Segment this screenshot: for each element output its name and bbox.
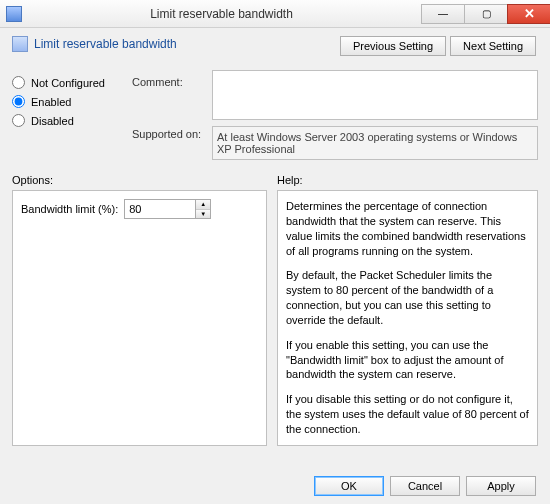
spinner-down-button[interactable]: ▼ bbox=[196, 210, 210, 219]
help-section-label: Help: bbox=[277, 174, 538, 186]
previous-setting-button[interactable]: Previous Setting bbox=[340, 36, 446, 56]
help-paragraph: If you disable this setting or do not co… bbox=[286, 392, 529, 437]
radio-not-configured[interactable]: Not Configured bbox=[12, 76, 132, 89]
radio-disabled-label: Disabled bbox=[31, 115, 74, 127]
policy-title: Limit reservable bandwidth bbox=[34, 37, 177, 51]
help-paragraph: If you enable this setting, you can use … bbox=[286, 338, 529, 383]
close-button[interactable]: ✕ bbox=[507, 4, 550, 24]
radio-disabled-input[interactable] bbox=[12, 114, 25, 127]
spinner-up-button[interactable]: ▲ bbox=[196, 200, 210, 210]
app-icon bbox=[6, 6, 22, 22]
title-bar: Limit reservable bandwidth — ▢ ✕ bbox=[0, 0, 550, 28]
options-section-label: Options: bbox=[12, 174, 267, 186]
radio-enabled-label: Enabled bbox=[31, 96, 71, 108]
radio-enabled-input[interactable] bbox=[12, 95, 25, 108]
cancel-button[interactable]: Cancel bbox=[390, 476, 460, 496]
supported-on-label: Supported on: bbox=[132, 128, 212, 140]
minimize-button[interactable]: — bbox=[421, 4, 465, 24]
bandwidth-limit-spinner[interactable]: ▲ ▼ bbox=[124, 199, 211, 219]
state-radio-group: Not Configured Enabled Disabled bbox=[12, 70, 132, 160]
radio-not-configured-input[interactable] bbox=[12, 76, 25, 89]
ok-button[interactable]: OK bbox=[314, 476, 384, 496]
supported-on-box: At least Windows Server 2003 operating s… bbox=[212, 126, 538, 160]
maximize-button[interactable]: ▢ bbox=[464, 4, 508, 24]
window-title: Limit reservable bandwidth bbox=[22, 7, 421, 21]
supported-on-text: At least Windows Server 2003 operating s… bbox=[217, 131, 517, 155]
bandwidth-limit-label: Bandwidth limit (%): bbox=[21, 203, 118, 215]
options-panel: Bandwidth limit (%): ▲ ▼ bbox=[12, 190, 267, 446]
radio-disabled[interactable]: Disabled bbox=[12, 114, 132, 127]
comment-label: Comment: bbox=[132, 76, 212, 88]
policy-icon bbox=[12, 36, 28, 52]
comment-textbox[interactable] bbox=[212, 70, 538, 120]
next-setting-button[interactable]: Next Setting bbox=[450, 36, 536, 56]
help-paragraph: By default, the Packet Scheduler limits … bbox=[286, 268, 529, 327]
bandwidth-limit-input[interactable] bbox=[125, 200, 195, 218]
apply-button[interactable]: Apply bbox=[466, 476, 536, 496]
help-paragraph: Determines the percentage of connection … bbox=[286, 199, 529, 258]
help-panel: Determines the percentage of connection … bbox=[277, 190, 538, 446]
radio-enabled[interactable]: Enabled bbox=[12, 95, 132, 108]
radio-not-configured-label: Not Configured bbox=[31, 77, 105, 89]
